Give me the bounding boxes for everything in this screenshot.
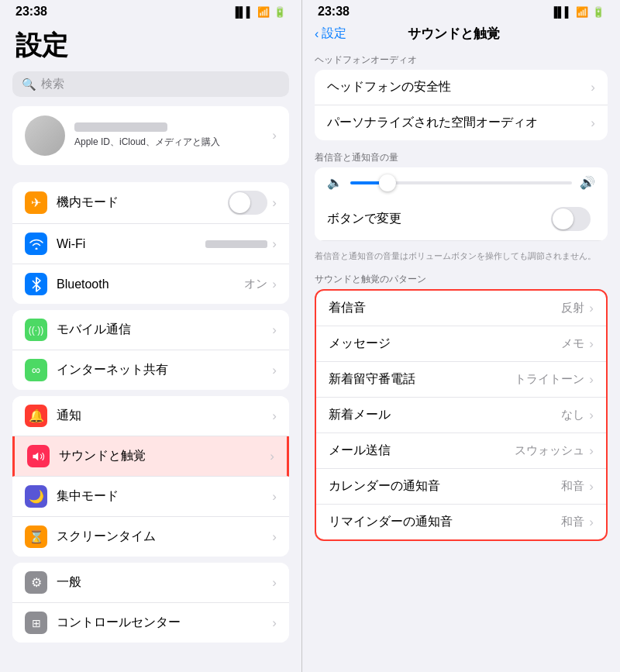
wifi-chevron: ›	[272, 236, 277, 252]
button-change-row[interactable]: ボタンで変更	[315, 198, 608, 241]
pattern-section-label: サウンドと触覚のパターン	[302, 268, 620, 289]
voicemail-chevron: ›	[589, 372, 594, 388]
reminder-label: リマインダーの通知音	[329, 514, 561, 530]
search-icon: 🔍	[22, 78, 36, 91]
new-mail-value: なし	[561, 408, 584, 422]
internet-chevron: ›	[272, 363, 277, 378]
calendar-value: 和音	[561, 479, 584, 494]
reminder-chevron: ›	[589, 515, 594, 530]
settings-row-airplane[interactable]: ✈ 機内モード ›	[12, 182, 289, 224]
volume-track[interactable]	[350, 181, 572, 184]
message-row[interactable]: メッセージ メモ ›	[316, 326, 606, 362]
avatar	[25, 115, 65, 156]
right-signal-icon: ▐▌▌	[550, 6, 572, 18]
bluetooth-icon	[25, 273, 47, 295]
wifi-icon: 📶	[257, 6, 270, 18]
sent-mail-chevron: ›	[589, 443, 594, 459]
wifi-label: Wi-Fi	[57, 237, 205, 251]
volume-thumb[interactable]	[379, 174, 396, 191]
settings-section-notifications: 🔔 通知 › サウンドと触覚 › 🌙 集中モード › ⌛ スクリーンタイム ›	[12, 396, 289, 557]
volume-high-icon: 🔊	[580, 175, 595, 190]
volume-row[interactable]: 🔈 🔊	[315, 167, 608, 198]
settings-row-mobile[interactable]: ((·)) モバイル通信 ›	[12, 310, 289, 350]
back-label: 設定	[322, 26, 346, 42]
mobile-icon: ((·))	[25, 319, 47, 341]
sound-label: サウンドと触覚	[59, 448, 270, 464]
settings-row-wifi[interactable]: Wi-Fi ›	[12, 224, 289, 264]
volume-section: 🔈 🔊 ボタンで変更	[315, 167, 608, 241]
wifi-icon	[25, 233, 47, 255]
settings-row-internet[interactable]: ∞ インターネット共有 ›	[12, 350, 289, 390]
sent-mail-value: スウォッシュ	[515, 443, 584, 458]
back-button[interactable]: ‹ 設定	[315, 26, 346, 42]
left-time: 23:38	[16, 5, 47, 19]
voicemail-label: 新着留守番電話	[329, 371, 515, 388]
ringtone-label: 着信音	[329, 300, 561, 316]
ringtone-value: 反射	[561, 301, 584, 315]
right-wifi-icon: 📶	[576, 6, 588, 18]
headphone-safety-label: ヘッドフォンの安全性	[327, 79, 591, 95]
settings-row-bluetooth[interactable]: Bluetooth オン ›	[12, 264, 289, 304]
internet-icon: ∞	[25, 359, 47, 381]
headphone-section-label: ヘッドフォンオーディオ	[302, 49, 620, 70]
message-label: メッセージ	[329, 336, 561, 352]
bluetooth-chevron: ›	[272, 277, 277, 292]
control-chevron: ›	[272, 615, 277, 631]
settings-row-screentime[interactable]: ⌛ スクリーンタイム ›	[12, 517, 289, 557]
notifications-chevron: ›	[272, 408, 277, 424]
bluetooth-label: Bluetooth	[57, 277, 244, 291]
mobile-label: モバイル通信	[57, 322, 272, 338]
left-status-icons: ▐▌▌ 📶 🔋	[232, 6, 286, 18]
settings-row-general[interactable]: ⚙ 一般 ›	[12, 563, 289, 603]
message-value: メモ	[561, 336, 584, 351]
search-bar[interactable]: 🔍 検索	[12, 71, 289, 97]
spatial-audio-label: パーソナライズされた空間オーディオ	[327, 115, 591, 131]
bluetooth-value: オン	[244, 277, 267, 291]
profile-row[interactable]: Apple ID、iCloud、メディアと購入 ›	[12, 106, 289, 165]
focus-chevron: ›	[272, 489, 277, 505]
calendar-label: カレンダーの通知音	[329, 478, 561, 495]
voicemail-row[interactable]: 新着留守番電話 トライトーン ›	[316, 362, 606, 398]
new-mail-chevron: ›	[589, 408, 594, 423]
internet-label: インターネット共有	[57, 362, 272, 378]
profile-info: Apple ID、iCloud、メディアと購入	[74, 122, 263, 149]
message-chevron: ›	[589, 336, 594, 352]
right-time: 23:38	[318, 5, 350, 19]
settings-row-sound[interactable]: サウンドと触覚 ›	[12, 436, 289, 477]
control-label: コントロールセンター	[57, 615, 272, 631]
new-mail-row[interactable]: 新着メール なし ›	[316, 398, 606, 433]
right-status-icons: ▐▌▌ 📶 🔋	[550, 6, 604, 18]
right-battery-icon: 🔋	[592, 6, 604, 18]
left-panel: 23:38 ▐▌▌ 📶 🔋 設定 🔍 検索 Apple ID、iCloud、メデ…	[0, 0, 302, 672]
sound-chevron: ›	[270, 449, 274, 464]
back-chevron-icon: ‹	[315, 27, 319, 41]
screentime-label: スクリーンタイム	[57, 529, 272, 545]
settings-row-focus[interactable]: 🌙 集中モード ›	[12, 477, 289, 517]
headphone-safety-row[interactable]: ヘッドフォンの安全性 ›	[315, 70, 608, 105]
new-mail-label: 新着メール	[329, 407, 561, 423]
reminder-row[interactable]: リマインダーの通知音 和音 ›	[316, 505, 606, 539]
volume-hint: 着信音と通知音の音量はボリュームボタンを操作しても調節されません。	[302, 247, 620, 268]
page-title: 設定	[0, 22, 301, 71]
ringtone-chevron: ›	[589, 301, 594, 316]
notifications-icon: 🔔	[25, 405, 47, 427]
calendar-row[interactable]: カレンダーの通知音 和音 ›	[316, 469, 606, 505]
spatial-audio-chevron: ›	[591, 115, 595, 131]
right-status-bar: 23:38 ▐▌▌ 📶 🔋	[302, 0, 620, 22]
calendar-chevron: ›	[589, 479, 594, 495]
airplane-label: 機内モード	[57, 195, 228, 211]
settings-row-control[interactable]: ⊞ コントロールセンター ›	[12, 603, 289, 643]
spatial-audio-row[interactable]: パーソナライズされた空間オーディオ ›	[315, 105, 608, 140]
focus-label: 集中モード	[57, 488, 272, 505]
settings-section-connectivity: ✈ 機内モード › Wi-Fi ›	[12, 182, 289, 304]
settings-section-general: ⚙ 一般 › ⊞ コントロールセンター ›	[12, 563, 289, 643]
airplane-toggle[interactable]	[228, 191, 267, 215]
ringtone-row[interactable]: 着信音 反射 ›	[316, 291, 606, 326]
settings-row-notifications[interactable]: 🔔 通知 ›	[12, 396, 289, 436]
notifications-label: 通知	[57, 408, 272, 424]
volume-section-label: 着信音と通知音の量	[302, 146, 620, 167]
sent-mail-row[interactable]: メール送信 スウォッシュ ›	[316, 433, 606, 469]
button-change-toggle[interactable]	[551, 207, 591, 231]
headphone-section: ヘッドフォンの安全性 › パーソナライズされた空間オーディオ ›	[315, 70, 608, 140]
airplane-chevron: ›	[272, 195, 277, 211]
